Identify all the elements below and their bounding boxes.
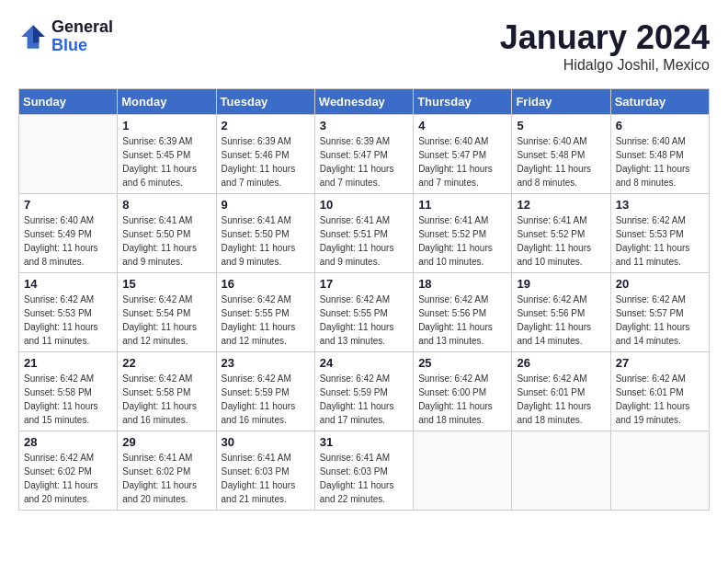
page-header: General Blue January 2024 Hidalgo Joshil…	[18, 18, 710, 74]
calendar-cell: 31 Sunrise: 6:41 AMSunset: 6:03 PMDaylig…	[314, 431, 413, 511]
day-info: Sunrise: 6:41 AMSunset: 5:52 PMDaylight:…	[418, 215, 493, 267]
day-number: 30	[222, 435, 310, 449]
day-number: 25	[418, 356, 506, 370]
header-wednesday: Wednesday	[314, 89, 413, 115]
day-number: 15	[122, 277, 210, 291]
calendar-cell: 11 Sunrise: 6:41 AMSunset: 5:52 PMDaylig…	[414, 194, 512, 273]
day-number: 18	[418, 277, 506, 291]
day-number: 5	[517, 119, 605, 132]
header-saturday: Saturday	[610, 89, 709, 115]
header-sunday: Sunday	[19, 89, 118, 115]
day-number: 2	[222, 119, 310, 132]
day-number: 13	[616, 198, 704, 212]
calendar-cell: 20 Sunrise: 6:42 AMSunset: 5:57 PMDaylig…	[610, 273, 709, 352]
calendar-cell: 22 Sunrise: 6:42 AMSunset: 5:58 PMDaylig…	[118, 352, 216, 431]
day-info: Sunrise: 6:42 AMSunset: 5:56 PMDaylight:…	[517, 294, 591, 346]
day-number: 20	[616, 277, 704, 291]
day-info: Sunrise: 6:42 AMSunset: 5:56 PMDaylight:…	[418, 294, 493, 346]
day-info: Sunrise: 6:41 AMSunset: 5:50 PMDaylight:…	[222, 215, 296, 267]
calendar-cell: 21 Sunrise: 6:42 AMSunset: 5:58 PMDaylig…	[19, 352, 118, 431]
day-info: Sunrise: 6:41 AMSunset: 6:03 PMDaylight:…	[320, 453, 394, 504]
calendar-cell: 3 Sunrise: 6:39 AMSunset: 5:47 PMDayligh…	[314, 115, 413, 194]
day-number: 23	[222, 356, 310, 370]
calendar-cell	[610, 431, 709, 511]
day-info: Sunrise: 6:40 AMSunset: 5:48 PMDaylight:…	[517, 136, 591, 188]
title-block: January 2024 Hidalgo Joshil, Mexico	[500, 18, 710, 74]
day-info: Sunrise: 6:41 AMSunset: 5:52 PMDaylight:…	[517, 215, 591, 267]
day-info: Sunrise: 6:42 AMSunset: 5:58 PMDaylight:…	[122, 373, 197, 425]
calendar-cell: 1 Sunrise: 6:39 AMSunset: 5:45 PMDayligh…	[118, 115, 216, 194]
day-info: Sunrise: 6:42 AMSunset: 5:59 PMDaylight:…	[320, 373, 394, 425]
calendar-cell: 26 Sunrise: 6:42 AMSunset: 6:01 PMDaylig…	[512, 352, 610, 431]
day-info: Sunrise: 6:41 AMSunset: 5:50 PMDaylight:…	[122, 215, 197, 267]
day-number: 14	[24, 277, 112, 291]
svg-marker-1	[33, 25, 45, 42]
day-number: 19	[517, 277, 605, 291]
calendar-cell: 2 Sunrise: 6:39 AMSunset: 5:46 PMDayligh…	[216, 115, 314, 194]
calendar-cell: 10 Sunrise: 6:41 AMSunset: 5:51 PMDaylig…	[314, 194, 413, 273]
calendar-cell: 19 Sunrise: 6:42 AMSunset: 5:56 PMDaylig…	[512, 273, 610, 352]
calendar-header-row: SundayMondayTuesdayWednesdayThursdayFrid…	[19, 89, 710, 115]
calendar-cell: 6 Sunrise: 6:40 AMSunset: 5:48 PMDayligh…	[610, 115, 709, 194]
logo-blue: Blue	[51, 37, 113, 55]
day-number: 3	[320, 119, 408, 132]
day-number: 29	[122, 435, 210, 449]
calendar-cell: 30 Sunrise: 6:41 AMSunset: 6:03 PMDaylig…	[216, 431, 314, 511]
calendar-cell: 17 Sunrise: 6:42 AMSunset: 5:55 PMDaylig…	[314, 273, 413, 352]
calendar-cell: 8 Sunrise: 6:41 AMSunset: 5:50 PMDayligh…	[118, 194, 216, 273]
day-info: Sunrise: 6:42 AMSunset: 5:55 PMDaylight:…	[222, 294, 296, 346]
calendar-cell: 12 Sunrise: 6:41 AMSunset: 5:52 PMDaylig…	[512, 194, 610, 273]
header-friday: Friday	[512, 89, 610, 115]
day-number: 11	[418, 198, 506, 212]
day-number: 21	[24, 356, 112, 370]
header-monday: Monday	[118, 89, 216, 115]
day-number: 4	[418, 119, 506, 132]
day-number: 7	[24, 198, 112, 212]
day-info: Sunrise: 6:39 AMSunset: 5:45 PMDaylight:…	[122, 136, 197, 188]
day-number: 1	[122, 119, 210, 132]
day-info: Sunrise: 6:40 AMSunset: 5:49 PMDaylight:…	[24, 215, 98, 267]
logo: General Blue	[18, 18, 113, 55]
day-info: Sunrise: 6:42 AMSunset: 6:01 PMDaylight:…	[616, 373, 690, 425]
day-number: 24	[320, 356, 408, 370]
calendar-cell: 7 Sunrise: 6:40 AMSunset: 5:49 PMDayligh…	[19, 194, 118, 273]
calendar-cell: 18 Sunrise: 6:42 AMSunset: 5:56 PMDaylig…	[414, 273, 512, 352]
calendar-cell: 9 Sunrise: 6:41 AMSunset: 5:50 PMDayligh…	[216, 194, 314, 273]
day-info: Sunrise: 6:41 AMSunset: 5:51 PMDaylight:…	[320, 215, 394, 267]
day-number: 8	[122, 198, 210, 212]
day-info: Sunrise: 6:40 AMSunset: 5:48 PMDaylight:…	[616, 136, 690, 188]
day-info: Sunrise: 6:42 AMSunset: 5:58 PMDaylight:…	[24, 373, 98, 425]
calendar-cell: 29 Sunrise: 6:41 AMSunset: 6:02 PMDaylig…	[118, 431, 216, 511]
day-number: 10	[320, 198, 408, 212]
calendar-cell: 5 Sunrise: 6:40 AMSunset: 5:48 PMDayligh…	[512, 115, 610, 194]
logo-icon	[18, 22, 48, 52]
day-info: Sunrise: 6:42 AMSunset: 5:53 PMDaylight:…	[616, 215, 690, 267]
logo-text: General Blue	[51, 18, 113, 55]
day-info: Sunrise: 6:42 AMSunset: 6:00 PMDaylight:…	[418, 373, 493, 425]
calendar-week-5: 28 Sunrise: 6:42 AMSunset: 6:02 PMDaylig…	[19, 431, 710, 511]
header-thursday: Thursday	[414, 89, 512, 115]
calendar-cell	[512, 431, 610, 511]
day-info: Sunrise: 6:42 AMSunset: 6:02 PMDaylight:…	[24, 453, 98, 504]
calendar-cell: 16 Sunrise: 6:42 AMSunset: 5:55 PMDaylig…	[216, 273, 314, 352]
location-title: Hidalgo Joshil, Mexico	[500, 57, 710, 74]
calendar-cell: 27 Sunrise: 6:42 AMSunset: 6:01 PMDaylig…	[610, 352, 709, 431]
calendar-week-4: 21 Sunrise: 6:42 AMSunset: 5:58 PMDaylig…	[19, 352, 710, 431]
day-number: 31	[320, 435, 408, 449]
day-info: Sunrise: 6:39 AMSunset: 5:46 PMDaylight:…	[222, 136, 296, 188]
day-info: Sunrise: 6:39 AMSunset: 5:47 PMDaylight:…	[320, 136, 394, 188]
header-tuesday: Tuesday	[216, 89, 314, 115]
calendar-cell: 23 Sunrise: 6:42 AMSunset: 5:59 PMDaylig…	[216, 352, 314, 431]
day-info: Sunrise: 6:41 AMSunset: 6:03 PMDaylight:…	[222, 453, 296, 504]
calendar-cell: 25 Sunrise: 6:42 AMSunset: 6:00 PMDaylig…	[414, 352, 512, 431]
calendar-cell: 24 Sunrise: 6:42 AMSunset: 5:59 PMDaylig…	[314, 352, 413, 431]
calendar-week-2: 7 Sunrise: 6:40 AMSunset: 5:49 PMDayligh…	[19, 194, 710, 273]
calendar-table: SundayMondayTuesdayWednesdayThursdayFrid…	[18, 88, 710, 511]
month-title: January 2024	[500, 18, 710, 57]
day-number: 22	[122, 356, 210, 370]
day-info: Sunrise: 6:42 AMSunset: 5:54 PMDaylight:…	[122, 294, 197, 346]
calendar-week-1: 1 Sunrise: 6:39 AMSunset: 5:45 PMDayligh…	[19, 115, 710, 194]
calendar-week-3: 14 Sunrise: 6:42 AMSunset: 5:53 PMDaylig…	[19, 273, 710, 352]
day-info: Sunrise: 6:42 AMSunset: 5:53 PMDaylight:…	[24, 294, 98, 346]
logo-general: General	[51, 18, 113, 37]
